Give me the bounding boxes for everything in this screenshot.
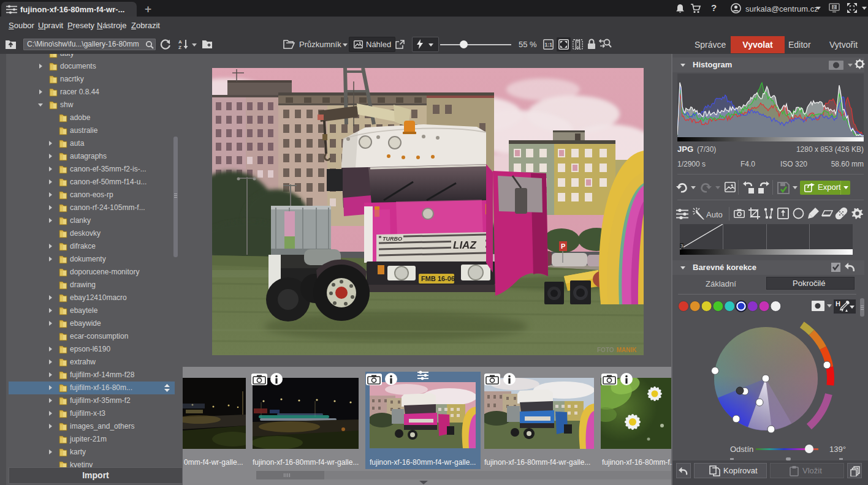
svg-text:TURBO: TURBO <box>383 236 402 242</box>
svg-text:LIAZ: LIAZ <box>453 239 476 251</box>
svg-text:P: P <box>561 242 565 250</box>
svg-text:1:1: 1:1 <box>545 42 553 48</box>
svg-text:FMB 16-06: FMB 16-06 <box>421 275 455 282</box>
svg-text:FOTO: FOTO <box>597 347 614 353</box>
svg-text:2: 2 <box>833 5 836 9</box>
svg-text:A: A <box>178 39 182 45</box>
svg-text:MANIK: MANIK <box>617 347 638 353</box>
svg-text:Z: Z <box>178 45 181 50</box>
